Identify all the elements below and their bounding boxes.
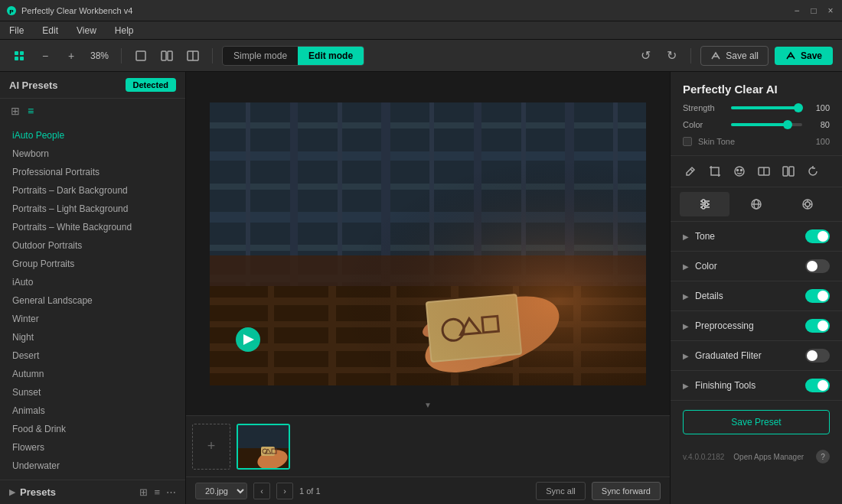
preset-item-white-bg[interactable]: Portraits – White Background (0, 218, 185, 236)
zoom-in-button[interactable]: + (61, 46, 81, 66)
add-image-button[interactable]: + (192, 424, 230, 470)
view-split-button[interactable] (157, 46, 177, 66)
home-button[interactable] (9, 46, 29, 66)
next-button[interactable]: › (276, 483, 293, 499)
prev-button[interactable]: ‹ (253, 483, 270, 499)
grid-view-button[interactable]: ⊞ (9, 103, 21, 119)
close-button[interactable]: × (825, 5, 836, 16)
more-icon[interactable]: ⋯ (166, 486, 176, 498)
open-apps-manager-button[interactable]: Open Apps Manager (733, 453, 804, 461)
color-label-acc: Color (695, 261, 805, 272)
maximize-button[interactable]: □ (808, 5, 819, 16)
preset-item-dark-bg[interactable]: Portraits – Dark Background (0, 181, 185, 200)
preset-item-food[interactable]: Food & Drink (0, 420, 185, 438)
details-toggle[interactable] (805, 289, 830, 303)
svg-text:P: P (9, 8, 14, 15)
refresh-icon-button[interactable] (802, 161, 824, 182)
details-header[interactable]: ▶ Details (671, 281, 842, 311)
skin-tone-checkbox[interactable] (683, 137, 692, 146)
list-view-button[interactable]: ≡ (26, 103, 35, 119)
finishing-toggle[interactable] (805, 379, 830, 392)
simple-mode-button[interactable]: Simple mode (223, 47, 298, 65)
preset-item-landscape[interactable]: General Landscape (0, 291, 185, 310)
preset-item-sunset[interactable]: Sunset (0, 383, 185, 402)
preprocessing-toggle[interactable] (805, 319, 830, 333)
app-icon: P (6, 5, 17, 16)
tone-label: Tone (695, 231, 805, 242)
preset-item-outdoor[interactable]: Outdoor Portraits (0, 236, 185, 255)
preset-item-underwater[interactable]: Underwater (0, 457, 185, 475)
page-info: 1 of 1 (299, 486, 321, 496)
preprocessing-header[interactable]: ▶ Preprocessing (671, 311, 842, 340)
finishing-header[interactable]: ▶ Finishing Tools (671, 371, 842, 400)
svg-rect-69 (783, 167, 788, 176)
toolbar: − + 38% Simple mode Edit mode ↺ ↻ Save a… (0, 40, 842, 72)
menu-edit[interactable]: Edit (39, 24, 61, 37)
graduated-header[interactable]: ▶ Graduated Fliter (671, 341, 842, 370)
tone-toggle[interactable] (805, 229, 830, 243)
graduated-toggle[interactable] (805, 349, 830, 363)
view-controls: ⊞ ≡ (0, 99, 185, 123)
tone-header[interactable]: ▶ Tone (671, 222, 842, 251)
split-icon-button[interactable] (778, 161, 799, 182)
crop-icon-button[interactable] (704, 161, 726, 182)
save-all-button[interactable]: Save all (700, 46, 769, 66)
preset-item-light-bg[interactable]: Portraits – Light Background (0, 200, 185, 218)
menu-help[interactable]: Help (112, 24, 137, 37)
view-single-button[interactable] (131, 46, 151, 66)
color-slider[interactable] (731, 123, 802, 126)
preprocessing-arrow: ▶ (683, 322, 689, 330)
separator2 (212, 48, 213, 63)
zoom-out-button[interactable]: − (35, 46, 55, 66)
strength-label: Strength (683, 103, 725, 112)
strength-value: 100 (808, 103, 830, 112)
list-icon[interactable]: ≡ (154, 486, 160, 498)
save-button[interactable]: Save (775, 47, 833, 65)
image-area: ▼ (186, 72, 670, 415)
sliders-icon-button[interactable] (680, 192, 729, 216)
separator (121, 48, 122, 63)
help-button[interactable]: ? (816, 450, 830, 463)
preset-item-iauto-people[interactable]: iAuto People (0, 126, 185, 145)
sync-forward-button[interactable]: Sync forward (592, 482, 661, 500)
preset-item-night[interactable]: Night (0, 328, 185, 346)
edit-mode-button[interactable]: Edit mode (298, 47, 364, 65)
grid-icon[interactable]: ⊞ (139, 486, 148, 498)
preset-item-iauto[interactable]: iAuto (0, 273, 185, 291)
color-header[interactable]: ▶ Color (671, 252, 842, 281)
details-label: Details (695, 291, 805, 301)
scroll-indicator: ▼ (424, 401, 432, 409)
edit-icon-button[interactable] (680, 161, 701, 182)
svg-rect-70 (789, 167, 794, 176)
preset-item-winter[interactable]: Winter (0, 310, 185, 328)
filename-select[interactable]: 20.jpg (195, 483, 247, 499)
svg-rect-7 (162, 51, 166, 60)
menu-file[interactable]: File (6, 24, 27, 37)
face-icon-button[interactable] (729, 161, 750, 182)
save-preset-button[interactable]: Save Preset (683, 410, 830, 434)
preset-item-desert[interactable]: Desert (0, 346, 185, 365)
preset-item-flowers[interactable]: Flowers (0, 438, 185, 457)
redo-button[interactable]: ↻ (661, 46, 681, 66)
compare-icon-button[interactable] (753, 161, 775, 182)
preset-item-animals[interactable]: Animals (0, 402, 185, 420)
minimize-button[interactable]: − (791, 5, 802, 16)
details-arrow: ▶ (683, 292, 689, 301)
target-icon-button[interactable] (783, 192, 833, 216)
preset-item-newborn[interactable]: Newborn (0, 145, 185, 163)
svg-rect-6 (136, 51, 145, 60)
view-compare-button[interactable] (183, 46, 203, 66)
globe-icon-button[interactable] (731, 192, 781, 216)
thumbnail-1[interactable] (237, 424, 290, 470)
preset-item-professional-portraits[interactable]: Professional Portraits (0, 163, 185, 181)
preset-item-autumn[interactable]: Autumn (0, 365, 185, 383)
preset-item-group[interactable]: Group Portraits (0, 255, 185, 273)
sync-all-button[interactable]: Sync all (536, 482, 586, 500)
color-toggle[interactable] (805, 259, 830, 273)
menu-view[interactable]: View (73, 24, 100, 37)
svg-point-74 (702, 200, 705, 203)
presets-header[interactable]: ▶ Presets ⊞ ≡ ⋯ (0, 480, 185, 504)
strength-slider[interactable] (731, 106, 802, 109)
skin-tone-row: Skin Tone 100 (683, 137, 830, 146)
undo-button[interactable]: ↺ (635, 46, 655, 66)
